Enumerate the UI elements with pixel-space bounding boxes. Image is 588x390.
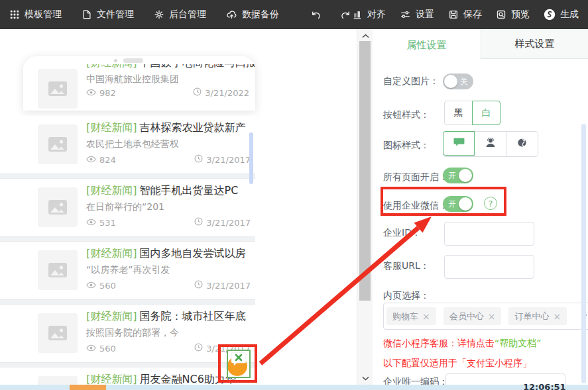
help-icon[interactable]: ? bbox=[484, 197, 497, 210]
tab-style-settings[interactable]: 样式设置 bbox=[481, 29, 588, 59]
corp-id-label: 企业ID： bbox=[383, 227, 421, 239]
panel-scrollbar-thumb[interactable] bbox=[581, 124, 586, 383]
news-date: 3/21/2017 bbox=[206, 281, 251, 291]
views-count: 560 bbox=[99, 344, 116, 354]
action-label: 设置 bbox=[416, 9, 434, 21]
cloud-upload-icon bbox=[226, 9, 237, 20]
news-title: [财经新闻]用友金融NC6助力华 bbox=[86, 373, 236, 385]
thumbnail-placeholder bbox=[38, 250, 78, 290]
menu-data-backup[interactable]: 数据备份 bbox=[226, 9, 279, 21]
list-item[interactable]: [财经新闻]国务院：城市社区年底 按照国务院的部署，今 560 3/21/201… bbox=[0, 305, 255, 362]
tag-close-icon[interactable]: × bbox=[422, 311, 430, 322]
list-item[interactable]: [财经新闻]智能手机出货量达PC 在日前举行的“201 531 3/21/201… bbox=[0, 179, 255, 236]
bottom-strip-orange-segment bbox=[70, 385, 106, 390]
wechat-service-widget[interactable] bbox=[227, 350, 251, 378]
menu-label: 后台管理 bbox=[169, 9, 206, 21]
tag-member-center: 会员中心× bbox=[443, 307, 502, 325]
settings-button[interactable]: 设置 bbox=[400, 9, 434, 21]
clock-icon bbox=[194, 343, 203, 354]
all-pages-label: 所有页面开启： bbox=[383, 171, 448, 183]
scroll-down-arrow[interactable] bbox=[357, 373, 373, 383]
news-meta: 982 3/21/2022 bbox=[86, 87, 249, 98]
generate-button[interactable]: 生成 bbox=[544, 9, 579, 21]
all-pages-toggle[interactable]: 开 bbox=[443, 168, 473, 183]
tab-label: 样式设置 bbox=[515, 38, 555, 50]
toggle-state: 关 bbox=[460, 76, 468, 87]
list-item[interactable]: [财经新闻]中国数字电商化险与回报 中国海航旅业控股集团 982 3/21/20… bbox=[23, 56, 255, 111]
menu-label: 模板管理 bbox=[25, 9, 62, 21]
views-eye-icon bbox=[86, 281, 96, 291]
views-eye-icon bbox=[86, 155, 96, 165]
menu-backend-manage[interactable]: 后台管理 bbox=[154, 9, 206, 21]
scrollbar-thumb[interactable] bbox=[359, 41, 371, 301]
menu-label: 数据备份 bbox=[242, 9, 279, 21]
help-doc-link[interactable]: “帮助文档” bbox=[495, 338, 542, 348]
tab-attribute-settings[interactable]: 属性设置 bbox=[373, 29, 481, 59]
thumbnail-placeholder bbox=[38, 124, 78, 164]
icon-style-chat-selected[interactable] bbox=[443, 131, 475, 156]
action-label: 保存 bbox=[463, 9, 482, 21]
grid-icon bbox=[9, 9, 20, 20]
tag-close-icon[interactable]: × bbox=[553, 311, 561, 322]
news-date: 3/21/2017 bbox=[206, 218, 251, 228]
floppy-icon bbox=[448, 9, 459, 20]
corp-id-input[interactable] bbox=[444, 222, 534, 246]
list-separator bbox=[0, 362, 255, 367]
sliders-icon bbox=[400, 9, 411, 20]
toggle-state: 开 bbox=[448, 170, 456, 181]
icon-style-globe[interactable] bbox=[506, 132, 538, 156]
news-title-text: 智能手机出货量达PC bbox=[139, 184, 238, 197]
news-category: [财经新闻] bbox=[86, 373, 137, 385]
news-date: 3/21/2022 bbox=[205, 88, 249, 98]
tag-cart: 购物车× bbox=[386, 307, 436, 325]
service-url-input[interactable] bbox=[444, 255, 534, 279]
vertical-scrollbar[interactable] bbox=[357, 29, 373, 385]
service-url-label: 客服URL： bbox=[383, 260, 430, 272]
toggle-knob bbox=[459, 169, 472, 182]
button-style-white-selected[interactable]: 白 bbox=[472, 101, 500, 125]
inner-pages-select[interactable]: 购物车× 会员中心× 订单中心× bbox=[383, 303, 588, 330]
clock-icon bbox=[193, 87, 202, 98]
news-subtitle: “以房养老”再次引发 bbox=[86, 264, 170, 276]
custom-image-toggle[interactable]: 关 bbox=[443, 73, 473, 89]
tag-close-icon[interactable]: × bbox=[488, 311, 496, 322]
alipay-note: 以下配置仅适用于「支付宝小程序」 bbox=[383, 358, 532, 369]
clock-icon bbox=[194, 154, 203, 165]
redo-button[interactable] bbox=[339, 9, 352, 21]
undo-icon bbox=[310, 9, 323, 21]
views-eye-icon bbox=[86, 344, 96, 354]
scroll-up-arrow[interactable] bbox=[357, 30, 373, 41]
inner-pages-label: 内页选择： bbox=[383, 290, 430, 302]
button-style-black[interactable]: 黑 bbox=[444, 101, 473, 125]
menu-template-manage[interactable]: 模板管理 bbox=[9, 9, 62, 21]
align-button[interactable]: 对齐 bbox=[352, 9, 386, 21]
thumbnail-placeholder bbox=[38, 187, 78, 227]
news-subtitle: 农民把土地承包经营权 bbox=[86, 138, 179, 150]
menu-file-manage[interactable]: 文件管理 bbox=[82, 9, 134, 21]
thumbnail-placeholder bbox=[38, 313, 78, 353]
undo-button[interactable] bbox=[310, 9, 323, 21]
card-top-strip bbox=[23, 56, 255, 64]
icon-style-service-person[interactable] bbox=[474, 132, 506, 156]
preview-button[interactable]: 预览 bbox=[496, 9, 530, 21]
news-title: [财经新闻]智能手机出货量达PC bbox=[86, 184, 238, 198]
corp-code-label: 企业唯一编码： bbox=[383, 376, 448, 385]
save-button[interactable]: 保存 bbox=[448, 9, 482, 21]
list-item[interactable]: [财经新闻]用友金融NC6助力华 bbox=[0, 367, 255, 385]
list-separator bbox=[0, 299, 255, 305]
list-scrollbar-thumb[interactable] bbox=[249, 132, 253, 184]
redo-icon bbox=[339, 9, 352, 21]
news-meta: 560 3/21/2017 bbox=[86, 280, 251, 291]
list-item[interactable]: [财经新闻]吉林探索农业贷款新产 农民把土地承包经营权 824 3/21/201… bbox=[0, 116, 255, 173]
list-item[interactable]: [财经新闻]国内多地自发尝试以房 “以房养老”再次引发 560 3/21/201… bbox=[0, 242, 255, 299]
drag-handle[interactable] bbox=[123, 58, 143, 63]
work-wechat-toggle[interactable]: 开 bbox=[443, 196, 473, 212]
views-count: 531 bbox=[99, 218, 116, 228]
button-style-label: 按钮样式： bbox=[383, 109, 430, 121]
gear-icon bbox=[154, 9, 164, 20]
tag-order-center: 订单中心× bbox=[508, 307, 567, 325]
news-subtitle: 中国海航旅业控股集团 bbox=[86, 73, 179, 85]
list-separator bbox=[0, 173, 255, 179]
globe-icon bbox=[517, 138, 527, 150]
generate-icon bbox=[544, 9, 556, 21]
